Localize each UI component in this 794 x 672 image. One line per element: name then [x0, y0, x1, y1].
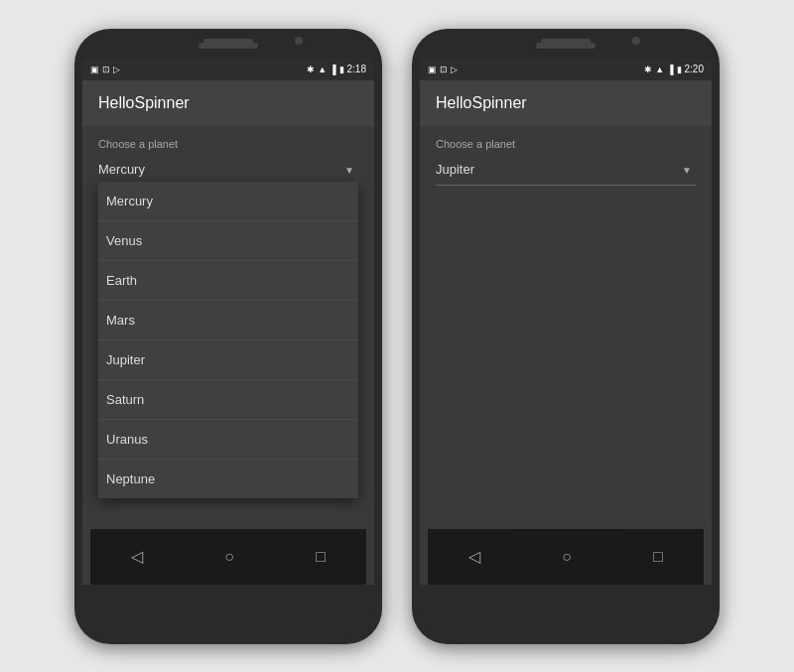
dropdown-list-1: Mercury Venus Earth Mars Jupiter Saturn …: [98, 182, 358, 498]
status-left-1: ▣ ⊡ ▷: [90, 65, 120, 74]
dropdown-arrow-1: ▼: [344, 164, 354, 175]
spinner-label-2: Choose a planet: [436, 138, 696, 150]
play-icon: ▷: [113, 65, 120, 74]
bluetooth-icon-2: ✱: [644, 65, 652, 74]
list-item-neptune[interactable]: Neptune: [98, 460, 358, 498]
battery-icon-1: ▮: [339, 65, 344, 74]
phone-2: ▣ ⊡ ▷ ✱ ▲ ▐ ▮ 2:20 HelloSpinner Choose a…: [412, 29, 720, 644]
nav-bar-1: ◁ ○ □: [90, 529, 366, 585]
app-title-2: HelloSpinner: [436, 94, 527, 112]
content-2: Choose a planet Jupiter ▼ The planet is …: [420, 126, 712, 585]
spinner-container-1[interactable]: Mercury ▼ Mercury Venus Earth Mars Jupit…: [98, 154, 358, 186]
app-bar-1: HelloSpinner: [82, 80, 374, 126]
camera-2: [632, 37, 640, 45]
signal-icon-1: ▐: [330, 65, 335, 74]
screen-2: ▣ ⊡ ▷ ✱ ▲ ▐ ▮ 2:20 HelloSpinner Choose a…: [420, 59, 712, 585]
signal-icon-2: ▐: [667, 65, 673, 74]
status-left-2: ▣ ⊡ ▷: [428, 65, 458, 74]
spinner-container-2[interactable]: Jupiter ▼: [436, 154, 696, 186]
phone-1: ▣ ⊡ ▷ ✱ ▲ ▐ ▮ 2:18 HelloSpinner Choose a…: [74, 29, 382, 644]
list-item-venus[interactable]: Venus: [98, 221, 358, 261]
notification-icon-1: ▣: [90, 65, 99, 74]
spinner-value-2: Jupiter: [436, 162, 474, 177]
nav-bar-2: ◁ ○ □: [428, 529, 704, 585]
home-button-1[interactable]: ○: [216, 540, 242, 574]
battery-icon-2: ▮: [677, 65, 682, 74]
spinner-label-1: Choose a planet: [98, 138, 358, 150]
screen-1: ▣ ⊡ ▷ ✱ ▲ ▐ ▮ 2:18 HelloSpinner Choose a…: [82, 59, 374, 585]
back-button-2[interactable]: ◁: [461, 539, 488, 574]
notification-icon-2: ⊡: [102, 65, 110, 74]
play-icon-2: ▷: [451, 65, 458, 74]
app-bar-2: HelloSpinner: [420, 80, 712, 126]
status-right-2: ✱ ▲ ▐ ▮ 2:20: [644, 64, 704, 74]
status-time-2: 2:20: [685, 64, 704, 74]
app-title-1: HelloSpinner: [98, 94, 190, 112]
recent-button-2[interactable]: □: [645, 540, 671, 574]
bluetooth-icon-1: ✱: [307, 65, 315, 74]
notification-icon-3: ▣: [428, 65, 437, 74]
status-right-1: ✱ ▲ ▐ ▮ 2:18: [307, 64, 366, 74]
notification-icon-4: ⊡: [440, 65, 448, 74]
status-bar-1: ▣ ⊡ ▷ ✱ ▲ ▐ ▮ 2:18: [82, 59, 374, 80]
camera: [295, 37, 303, 45]
content-1: Choose a planet Mercury ▼ Mercury Venus …: [82, 126, 374, 585]
wifi-icon-1: ▲: [318, 65, 327, 74]
list-item-mars[interactable]: Mars: [98, 301, 358, 340]
list-item-jupiter[interactable]: Jupiter: [98, 340, 358, 380]
speaker-2: [541, 39, 591, 44]
status-bar-2: ▣ ⊡ ▷ ✱ ▲ ▐ ▮ 2:20: [420, 59, 712, 80]
spinner-2[interactable]: Jupiter ▼: [436, 154, 696, 186]
list-item-mercury[interactable]: Mercury: [98, 182, 358, 221]
list-item-uranus[interactable]: Uranus: [98, 420, 358, 460]
recent-button-1[interactable]: □: [308, 540, 333, 574]
status-time-1: 2:18: [347, 64, 366, 74]
list-item-saturn[interactable]: Saturn: [98, 380, 358, 420]
list-item-earth[interactable]: Earth: [98, 261, 358, 301]
spinner-value-1: Mercury: [98, 162, 145, 177]
back-button-1[interactable]: ◁: [123, 539, 151, 574]
home-button-2[interactable]: ○: [554, 540, 580, 574]
wifi-icon-2: ▲: [655, 65, 664, 74]
dropdown-arrow-2: ▼: [682, 164, 692, 175]
speaker: [203, 39, 253, 44]
